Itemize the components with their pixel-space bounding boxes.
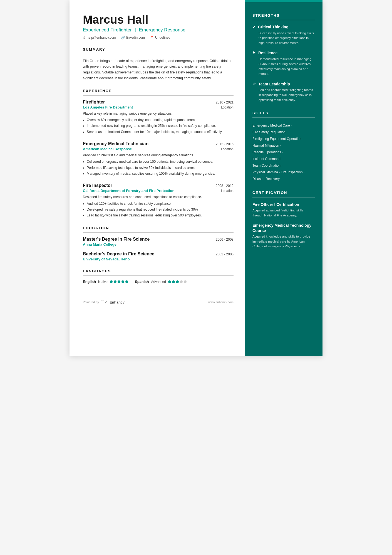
teal-accent-bar [245,0,322,2]
strength-name-2: Resilience [258,51,277,55]
exp-location-3: Location [221,189,234,193]
summary-title: SUMMARY [83,47,234,51]
exp-bullets-3: Audited 120+ facilities to check for fir… [83,201,234,218]
certification-title: CERTIFICATION [252,191,315,195]
certification-divider [252,197,315,198]
cert-desc-1: Acquired advanced firefighting skills th… [252,208,315,218]
exp-location-1: Location [221,105,234,109]
bullet-item: Performed lifesaving techniques to reviv… [87,165,234,171]
summary-divider [83,54,234,54]
summary-text: Ella Green brings a decade of experience… [83,58,234,81]
brand-logo-icon: ⌒✓ [101,300,108,305]
left-column: Marcus Hall Experienced Firefighter | Em… [70,0,245,356]
edu-school-2: University of Nevada, Reno [83,257,234,261]
title-part2: Emergency Response [139,27,185,33]
lang-level-english: Native [98,280,108,284]
experience-entry-2: Emergency Medical Technician 2012 - 2016… [83,141,234,176]
cert-desc-2: Acquired knowledge and skills to provide… [252,234,315,249]
edu-degree-2: Bachelor's Degree in Fire Science [83,251,154,256]
bullet-item: Audited 120+ facilities to check for fir… [87,201,234,206]
right-column: STRENGTHS ✔ Critical Thinking Successful… [245,0,322,356]
lang-level-spanish: Advanced [151,280,166,284]
language-english: English Native [83,280,128,284]
skill-item-6: Team Coordination [252,164,281,167]
title-divider: | [135,27,137,33]
strength-name-3: Team Leadership [258,82,290,86]
skill-item-5: Incident Command [252,157,281,161]
lang-dot [184,280,187,283]
exp-company-row-3: California Department of Forestry and Fi… [83,189,234,193]
skills-title: SKILLS [252,111,315,115]
lang-name-english: English [83,280,96,284]
contact-email: ⊙ help@enhancv.com [83,36,116,40]
summary-section: SUMMARY Ella Green brings a decade of ex… [83,47,234,81]
skills-section: SKILLS Emergency Medical Care · Fire Saf… [252,111,315,182]
exp-dates-2: 2012 - 2016 [216,142,234,146]
brand-name: Enhancv [110,300,125,304]
job-title-3: Fire Inspector [83,183,112,188]
lang-dots-spanish [168,280,187,283]
languages-row: English Native Spanish Advanced [83,280,234,284]
bullet-item: Developed fire safety regulations that r… [87,207,234,212]
exp-desc-3: Designed fire safety measures and conduc… [83,194,234,200]
star-icon: ☆ [252,82,256,86]
edu-header-row-1: Master's Degree in Fire Science 2006 - 2… [83,237,234,242]
skill-item-7: Physical Stamina [252,170,278,174]
lang-dot [168,280,171,283]
strength-item-1: ✔ Critical Thinking Successfully used cr… [252,25,315,46]
location-icon: 📍 [150,36,154,40]
exp-company-2: American Medical Response [83,147,132,151]
strength-desc-3: Led and coordinated firefighting teams i… [252,88,315,102]
strength-item-3: ☆ Team Leadership Led and coordinated fi… [252,82,315,102]
linkedin-icon: 🔗 [121,36,125,40]
education-entry-1: Master's Degree in Fire Science 2006 - 2… [83,237,234,246]
strength-header-1: ✔ Critical Thinking [252,25,315,29]
skill-item-0: Emergency Medical Care [252,124,290,127]
bullet-item: Delivered emergency medical care to over… [87,159,234,164]
footer-website: www.enhancv.com [208,300,234,304]
contact-linkedin: 🔗 linkedin.com [121,36,145,40]
lang-dot [121,280,124,283]
job-title-2: Emergency Medical Technician [83,141,148,146]
languages-divider [83,275,234,276]
language-spanish: Spanish Advanced [135,280,187,284]
edu-school-1: Anna Maria College [83,242,234,246]
lang-dot [110,280,113,283]
strength-header-3: ☆ Team Leadership [252,82,315,86]
lang-dot [172,280,175,283]
lang-dots-english [110,280,128,283]
skill-item-9: Disaster Recovery [252,177,280,181]
strength-name-1: Critical Thinking [258,25,289,29]
email-icon: ⊙ [83,36,86,40]
skills-list: Emergency Medical Care · Fire Safety Reg… [252,122,315,182]
lang-dot [114,280,116,283]
resume-wrapper: Marcus Hall Experienced Firefighter | Em… [70,0,322,356]
lang-dot [180,280,183,283]
strength-desc-1: Successfully used critical thinking skil… [252,31,315,46]
exp-desc-2: Provided crucial first aid and medical s… [83,153,234,158]
contact-location: 📍 Undefined [150,36,170,40]
exp-dates-3: 2008 - 2012 [216,184,234,188]
strengths-section: STRENGTHS ✔ Critical Thinking Successful… [252,13,315,103]
edu-header-row-2: Bachelor's Degree in Fire Science 2002 -… [83,251,234,256]
candidate-name: Marcus Hall [83,13,234,26]
exp-company-1: Los Angeles Fire Department [83,105,133,109]
experience-entry-1: Firefighter 2016 - 2021 Los Angeles Fire… [83,100,234,135]
exp-company-row-2: American Medical Response Location [83,147,234,151]
strengths-title: STRENGTHS [252,13,315,18]
certification-section: CERTIFICATION Fire Officer I Certificati… [252,191,315,249]
strength-item-2: ⚑ Resilience Demonstrated resilience in … [252,51,315,77]
education-divider [83,232,234,233]
skill-item-1: Fire Safety Regulation [252,130,286,134]
powered-by-text: Powered by [83,300,99,304]
education-title: EDUCATION [83,226,234,230]
skill-item-2: Firefighting Equipment Operation [252,137,301,141]
header: Marcus Hall Experienced Firefighter | Em… [83,13,234,40]
lang-dot [118,280,120,283]
bullet-item: Lead facility-wide fire safety training … [87,213,234,218]
checkmark-icon: ✔ [252,25,256,29]
bullet-item: Implemented new training programs result… [87,123,234,129]
languages-title: LANGUAGES [83,269,234,273]
bullet-item: Served as the Incident Commander for 10+… [87,129,234,135]
cert-item-2: Emergency Medical Technology Course Acqu… [252,223,315,249]
